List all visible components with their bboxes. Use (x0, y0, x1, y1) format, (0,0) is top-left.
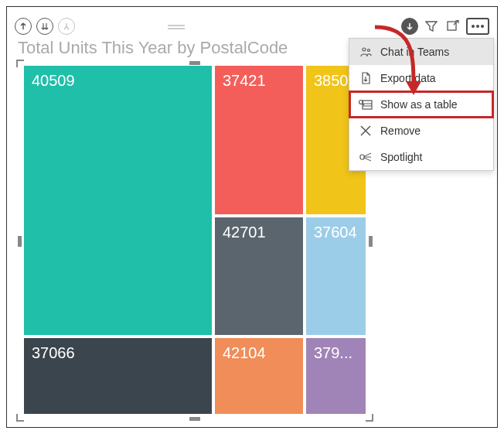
table-icon (359, 97, 373, 111)
svg-rect-2 (448, 22, 456, 30)
tile-37604[interactable]: 37604 (306, 217, 366, 335)
svg-point-4 (368, 50, 370, 52)
visual-frame: Total Units This Year by PostalCode 4050… (6, 6, 498, 428)
menu-label: Remove (380, 125, 421, 137)
resize-handle-nw[interactable] (16, 60, 27, 70)
treemap-chart[interactable]: 40509 37066 37421 42701 42104 38501 3760… (24, 66, 366, 414)
tile-42104[interactable]: 42104 (215, 338, 303, 414)
resize-handle-sw[interactable] (16, 411, 27, 422)
expand-hierarchy-button[interactable] (58, 18, 75, 35)
menu-label: Spotlight (380, 151, 422, 163)
menu-chat-in-teams[interactable]: Chat in Teams (349, 39, 493, 65)
drill-down-button[interactable] (36, 18, 53, 35)
export-icon (359, 71, 373, 85)
more-options-button[interactable] (466, 18, 489, 35)
menu-show-as-table[interactable]: Show as a table (349, 91, 493, 118)
menu-label: Show as a table (380, 98, 458, 111)
svg-point-3 (363, 48, 366, 51)
spotlight-icon (359, 150, 373, 164)
resize-handle-w[interactable] (18, 236, 22, 247)
resize-handle-n[interactable] (189, 61, 200, 65)
menu-remove[interactable]: Remove (349, 118, 493, 144)
visual-toolbar (15, 16, 489, 36)
tile-37066[interactable]: 37066 (24, 338, 212, 414)
tile-379[interactable]: 379... (306, 338, 366, 414)
ellipsis-icon (476, 25, 479, 28)
chart-title: Total Units This Year by PostalCode (18, 38, 288, 58)
focus-mode-icon[interactable] (444, 18, 461, 35)
drill-up-button[interactable] (15, 18, 32, 35)
resize-handle-e[interactable] (369, 236, 373, 247)
drill-mode-button[interactable] (401, 18, 418, 35)
teams-icon (359, 45, 373, 59)
remove-icon (359, 124, 373, 138)
drag-handle-icon[interactable] (168, 19, 185, 35)
menu-export-data[interactable]: Export data (349, 65, 493, 91)
resize-handle-se[interactable] (363, 411, 373, 422)
resize-handle-s[interactable] (189, 417, 200, 421)
menu-spotlight[interactable]: Spotlight (349, 144, 493, 170)
tile-42701[interactable]: 42701 (215, 217, 303, 335)
menu-label: Export data (380, 72, 436, 84)
menu-label: Chat in Teams (380, 46, 449, 58)
context-menu: Chat in Teams Export data Show as a tabl… (349, 38, 494, 171)
tile-40509[interactable]: 40509 (24, 66, 212, 335)
filter-icon[interactable] (423, 18, 440, 35)
tile-37421[interactable]: 37421 (215, 66, 303, 214)
svg-rect-10 (360, 155, 364, 159)
